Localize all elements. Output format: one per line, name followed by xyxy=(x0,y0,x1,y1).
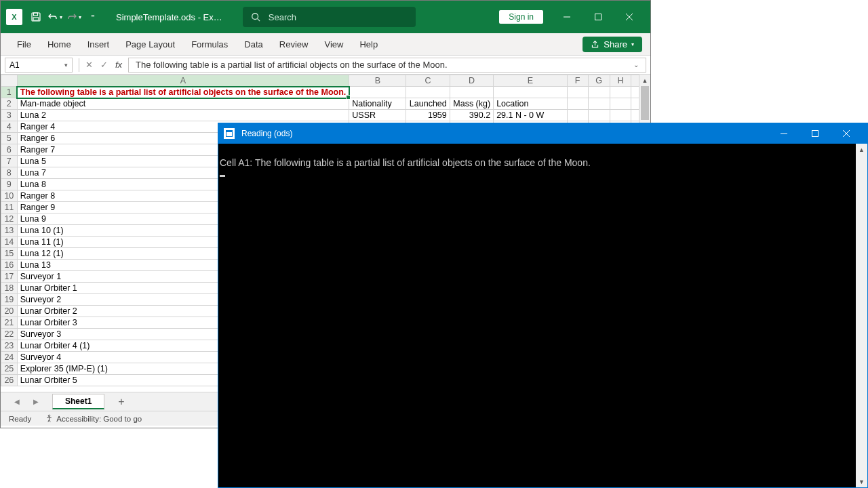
row-header[interactable]: 12 xyxy=(1,214,18,225)
tab-formulas[interactable]: Formulas xyxy=(183,35,236,54)
cell[interactable] xyxy=(567,87,588,98)
row-header[interactable]: 21 xyxy=(1,317,18,329)
column-header[interactable]: E xyxy=(494,75,568,87)
cell[interactable] xyxy=(588,87,610,98)
cancel-formula-icon[interactable]: ✕ xyxy=(81,58,96,73)
row-header[interactable]: 4 xyxy=(1,121,18,133)
save-icon[interactable] xyxy=(26,7,45,26)
cell[interactable]: Launched xyxy=(406,98,450,110)
row-header[interactable]: 24 xyxy=(1,352,18,363)
select-all-corner[interactable] xyxy=(1,75,18,87)
scroll-thumb[interactable] xyxy=(641,86,649,120)
next-sheet-icon[interactable]: ▶ xyxy=(33,398,39,405)
row-header[interactable]: 13 xyxy=(1,225,18,237)
minimize-button[interactable] xyxy=(551,1,583,33)
qat-customize-icon[interactable]: ⁼ xyxy=(83,7,102,26)
row-header[interactable]: 22 xyxy=(1,329,18,340)
row-header[interactable]: 3 xyxy=(1,110,18,121)
column-header[interactable]: A xyxy=(17,75,349,87)
console-body[interactable]: Cell A1: The following table is a partia… xyxy=(218,144,867,182)
redo-icon[interactable]: ▾ xyxy=(64,7,83,26)
column-header[interactable]: D xyxy=(450,75,493,87)
cell[interactable] xyxy=(406,87,450,98)
cell[interactable] xyxy=(567,110,588,121)
cell[interactable]: The following table is a partial list of… xyxy=(17,87,349,98)
tab-help[interactable]: Help xyxy=(351,35,386,54)
row-header[interactable]: 14 xyxy=(1,237,18,248)
row-header[interactable]: 8 xyxy=(1,167,18,179)
formula-input[interactable]: The following table is a partial list of… xyxy=(128,58,646,73)
row-header[interactable]: 10 xyxy=(1,190,18,202)
row-header[interactable]: 20 xyxy=(1,306,18,317)
cell[interactable]: Location xyxy=(494,98,568,110)
console-close-button[interactable] xyxy=(831,123,862,144)
tab-file[interactable]: File xyxy=(9,35,39,54)
signin-button[interactable]: Sign in xyxy=(499,10,543,24)
console-maximize-button[interactable] xyxy=(800,123,831,144)
tab-data[interactable]: Data xyxy=(236,35,271,54)
column-header[interactable]: G xyxy=(588,75,610,87)
chevron-down-icon[interactable]: ⌄ xyxy=(633,58,639,73)
cell[interactable] xyxy=(588,98,610,110)
cell[interactable]: Nationality xyxy=(349,98,406,110)
fx-icon[interactable]: fx xyxy=(111,58,126,73)
row-header[interactable]: 2 xyxy=(1,98,18,110)
cell[interactable]: 1959 xyxy=(406,110,450,121)
cell[interactable] xyxy=(567,98,588,110)
cell[interactable]: 390.2 xyxy=(450,110,493,121)
row-header[interactable]: 19 xyxy=(1,294,18,306)
scroll-up-icon[interactable]: ▲ xyxy=(639,75,650,86)
row-header[interactable]: 5 xyxy=(1,133,18,144)
tab-home[interactable]: Home xyxy=(39,35,79,54)
add-sheet-icon[interactable]: + xyxy=(118,396,124,408)
cell[interactable]: Luna 2 xyxy=(17,110,349,121)
column-header[interactable]: F xyxy=(567,75,588,87)
cell[interactable] xyxy=(610,87,631,98)
cell[interactable]: USSR xyxy=(349,110,406,121)
maximize-button[interactable] xyxy=(583,1,614,33)
tab-insert[interactable]: Insert xyxy=(79,35,118,54)
console-titlebar[interactable]: Reading (ods) xyxy=(218,123,867,144)
name-box[interactable]: A1 ▾ xyxy=(5,58,73,73)
row-header[interactable]: 26 xyxy=(1,375,18,386)
row-header[interactable]: 9 xyxy=(1,179,18,190)
column-header[interactable]: H xyxy=(610,75,631,87)
excel-icon[interactable]: X xyxy=(6,9,22,25)
row-header[interactable]: 6 xyxy=(1,144,18,156)
cell[interactable] xyxy=(610,110,631,121)
sheet-tab[interactable]: Sheet1 xyxy=(52,394,104,409)
column-header[interactable]: C xyxy=(406,75,450,87)
row-header[interactable]: 16 xyxy=(1,260,18,271)
prev-sheet-icon[interactable]: ◀ xyxy=(14,398,20,405)
row-header[interactable]: 15 xyxy=(1,248,18,260)
cell[interactable] xyxy=(588,110,610,121)
cell[interactable]: 29.1 N - 0 W xyxy=(494,110,568,121)
share-button[interactable]: Share ▾ xyxy=(583,37,642,52)
row-header[interactable]: 1 xyxy=(1,87,18,98)
cell[interactable] xyxy=(450,87,493,98)
row-header[interactable]: 17 xyxy=(1,271,18,283)
scroll-down-icon[interactable]: ▼ xyxy=(856,476,867,487)
enter-formula-icon[interactable]: ✓ xyxy=(96,58,111,73)
scroll-up-icon[interactable]: ▲ xyxy=(856,144,867,155)
row-header[interactable]: 18 xyxy=(1,283,18,294)
row-header[interactable]: 11 xyxy=(1,202,18,214)
close-button[interactable] xyxy=(614,1,645,33)
search-box[interactable]: Search xyxy=(243,7,416,27)
undo-icon[interactable]: ▾ xyxy=(45,7,64,26)
cell[interactable]: Mass (kg) xyxy=(450,98,493,110)
tab-page-layout[interactable]: Page Layout xyxy=(117,35,183,54)
row-header[interactable]: 7 xyxy=(1,156,18,167)
cell[interactable] xyxy=(349,87,406,98)
cell[interactable]: Man-made object xyxy=(17,98,349,110)
chevron-down-icon[interactable]: ▾ xyxy=(64,62,68,68)
tab-review[interactable]: Review xyxy=(271,35,317,54)
cell[interactable] xyxy=(494,87,568,98)
row-header[interactable]: 23 xyxy=(1,340,18,352)
console-scrollbar[interactable]: ▲ ▼ xyxy=(856,144,867,487)
accessibility-status[interactable]: Accessibility: Good to go xyxy=(45,414,142,423)
column-header[interactable]: B xyxy=(349,75,406,87)
tab-view[interactable]: View xyxy=(316,35,351,54)
cell[interactable] xyxy=(610,98,631,110)
row-header[interactable]: 25 xyxy=(1,363,18,375)
